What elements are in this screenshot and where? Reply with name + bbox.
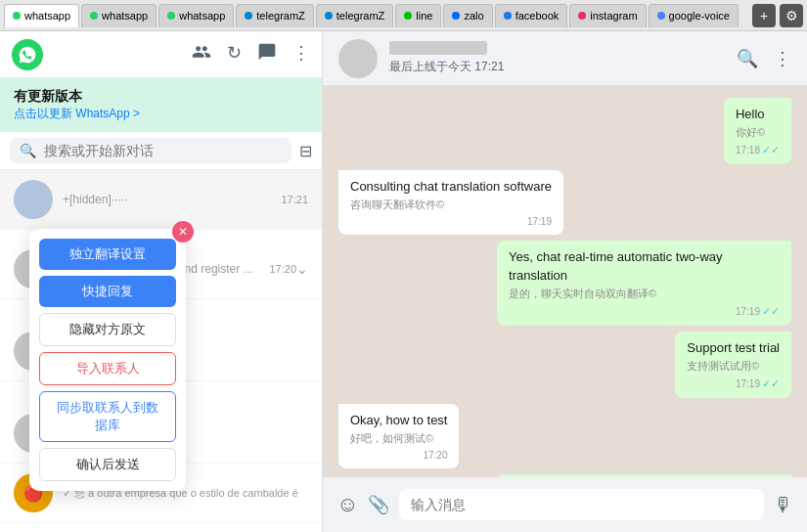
ctx-btn-confirm-send[interactable]: 确认后发送 [39, 448, 176, 481]
contact-item[interactable]: ↓ 近道 +51 4 6151 [0, 523, 322, 532]
tab-facebook[interactable]: facebook [495, 4, 568, 27]
update-banner[interactable]: 有更新版本 点击以更新 WhatsApp > [0, 78, 322, 132]
chat-more-icon[interactable]: ⋮ [774, 48, 791, 69]
message-translation: 你好© [736, 125, 780, 140]
tab-instagram[interactable]: instagram [569, 4, 646, 27]
tab-google-voice[interactable]: google-voice [649, 4, 739, 27]
context-menu: ✕ 独立翻译设置 快捷回复 隐藏对方原文 导入联系人 同步取联系人到数据库 确认… [29, 229, 186, 491]
ctx-btn-import-contacts[interactable]: 导入联系人 [39, 352, 176, 385]
refresh-icon[interactable]: ↻ [227, 42, 242, 66]
message-bubble: Okay, how to test 好吧，如何测试© 17:20 [338, 404, 459, 468]
contact-item[interactable]: +[hidden]····· 17:21 [0, 170, 322, 230]
tab-whatsapp2[interactable]: whatsapp [81, 4, 157, 27]
chat-header: 最后上线于今天 17:21 🔍 ⋮ [323, 31, 807, 86]
attach-button[interactable]: 📎 [368, 494, 389, 515]
message-text: Consulting chat translation software [350, 178, 552, 196]
chevron-down-icon[interactable]: ⌄ [296, 261, 308, 277]
chat-avatar [338, 39, 378, 78]
message-bubble: Consulting chat translation software 咨询聊… [338, 170, 563, 235]
search-input[interactable] [44, 143, 282, 158]
message-time: 17:18 ✓✓ [736, 144, 780, 156]
input-bar: ☺ 📎 🎙 [323, 477, 807, 532]
messages-area: Hello 你好© 17:18 ✓✓ Consulting chat trans… [323, 86, 807, 477]
ctx-btn-sync-contacts[interactable]: 同步取联系人到数据库 [39, 391, 176, 442]
message-row: Yes, chat real-time automatic two-way tr… [338, 241, 791, 325]
contact-info: +[hidden]····· [63, 193, 273, 206]
message-time: 17:19 ✓✓ [509, 305, 780, 318]
read-receipt-icon: ✓✓ [762, 144, 780, 156]
message-time: 17:19 ✓✓ [687, 377, 780, 390]
chat-header-icons: 🔍 ⋮ [737, 48, 791, 69]
message-text: Support test trial [687, 339, 780, 357]
message-translation: 支持测试试用© [687, 359, 780, 374]
emoji-button[interactable]: ☺ [336, 492, 358, 517]
message-bubble: Yes, chat real-time automatic two-way tr… [497, 241, 791, 325]
message-row: Okay, how to test 好吧，如何测试© 17:20 [338, 404, 791, 468]
sidebar-header: ↻ ⋮ [0, 31, 322, 78]
message-row: Support test trial 支持测试试用© 17:19 ✓✓ [338, 332, 791, 398]
ctx-btn-hide-original[interactable]: 隐藏对方原文 [39, 313, 176, 346]
message-text: Hello [736, 106, 780, 123]
tab-line[interactable]: line [395, 4, 441, 27]
tab-whatsapp3[interactable]: whatsapp [158, 4, 234, 27]
chat-contact-name [389, 41, 487, 55]
message-row: Hello 你好© 17:18 ✓✓ [338, 98, 791, 164]
message-text: Okay, how to test [350, 412, 447, 429]
context-menu-close[interactable]: ✕ [172, 221, 194, 243]
read-receipt-icon: ✓✓ [762, 305, 780, 318]
add-tab-button[interactable]: + [752, 4, 776, 27]
tab-telegramZ2[interactable]: telegramZ [316, 4, 394, 27]
message-time: 17:20 [350, 450, 447, 461]
new-chat-icon[interactable] [257, 42, 277, 66]
update-subtitle: 点击以更新 WhatsApp > [14, 106, 308, 122]
filter-icon[interactable]: ⊟ [299, 142, 312, 160]
message-translation: 好吧，如何测试© [350, 431, 447, 446]
tab-bar: whatsapp whatsapp whatsapp telegramZ tel… [0, 0, 807, 31]
message-bubble: Download software on the official websit… [497, 474, 791, 477]
community-icon[interactable] [192, 42, 211, 66]
message-bubble: Support test trial 支持测试试用© 17:19 ✓✓ [675, 332, 791, 398]
chat-panel: 最后上线于今天 17:21 🔍 ⋮ Hello 你好© 17:18 ✓✓ [323, 31, 807, 532]
message-row: Consulting chat translation software 咨询聊… [338, 170, 791, 235]
settings-button[interactable]: ⚙ [780, 4, 803, 27]
message-translation: 咨询聊天翻译软件© [350, 198, 552, 212]
update-title: 有更新版本 [14, 88, 308, 106]
search-icon: 🔍 [20, 143, 36, 158]
contact-list: +[hidden]····· 17:21 ✕ 独立翻译设置 快捷回复 隐藏对方原… [0, 170, 322, 532]
search-input-wrap: 🔍 [10, 138, 291, 163]
message-text: Yes, chat real-time automatic two-way tr… [509, 248, 780, 284]
contact-time: 17:20 [269, 263, 296, 275]
tab-bar-actions: + ⚙ [752, 4, 803, 27]
avatar [14, 180, 53, 219]
message-time: 17:19 [350, 216, 552, 227]
chat-search-icon[interactable]: 🔍 [737, 48, 758, 69]
message-bubble: Hello 你好© 17:18 ✓✓ [724, 98, 791, 164]
sidebar: ↻ ⋮ 有更新版本 点击以更新 WhatsApp > 🔍 ⊟ [0, 31, 323, 532]
whatsapp-icon [12, 39, 43, 70]
chat-contact-status: 最后上线于今天 17:21 [389, 59, 737, 75]
tab-zalo[interactable]: zalo [443, 4, 492, 27]
sidebar-header-icons: ↻ ⋮ [192, 42, 310, 66]
tab-whatsapp1[interactable]: whatsapp [4, 4, 79, 27]
ctx-btn-quick-reply[interactable]: 快捷回复 [39, 276, 176, 307]
message-translation: 是的，聊天实时自动双向翻译© [509, 287, 780, 301]
tab-telegramZ1[interactable]: telegramZ [236, 4, 314, 27]
contact-name: +[hidden]····· [63, 193, 273, 206]
message-input[interactable] [399, 489, 764, 520]
contact-time: 17:21 [281, 194, 308, 205]
more-icon[interactable]: ⋮ [292, 42, 310, 66]
mic-button[interactable]: 🎙 [774, 494, 793, 516]
main-layout: ↻ ⋮ 有更新版本 点击以更新 WhatsApp > 🔍 ⊟ [0, 31, 807, 532]
ctx-btn-translation-settings[interactable]: 独立翻译设置 [39, 239, 176, 270]
read-receipt-icon: ✓✓ [762, 377, 780, 390]
chat-contact-info: 最后上线于今天 17:21 [389, 41, 737, 75]
search-bar: 🔍 ⊟ [0, 132, 322, 170]
